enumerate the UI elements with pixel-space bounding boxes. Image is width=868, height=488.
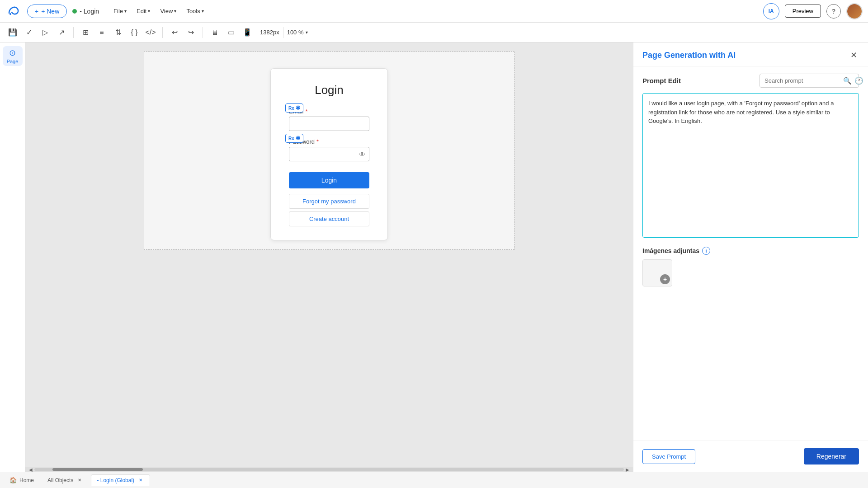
all-objects-close-icon[interactable]: ✕ [76, 477, 83, 484]
tablet-icon: ▭ [228, 28, 235, 37]
canvas-area[interactable]: Login Rx ✱ Email * [25, 42, 633, 472]
toggle-password-icon[interactable]: 👁 [359, 150, 366, 158]
tab-all-objects[interactable]: All Objects ✕ [42, 474, 89, 486]
ia-button[interactable]: IA [763, 3, 779, 19]
view-menu-chevron: ▾ [174, 9, 176, 14]
close-icon: ✕ [850, 50, 857, 60]
save-icon: 💾 [8, 28, 17, 37]
left-sidebar: ⊙ Page [0, 42, 25, 472]
images-label-text: Imágenes adjuntas [642, 247, 699, 254]
search-icon[interactable]: 🔍 [843, 77, 852, 85]
images-info-icon[interactable]: i [702, 247, 710, 255]
desktop-btn[interactable]: 🖥 [208, 25, 222, 40]
password-rx-badge: Rx ✱ [285, 134, 303, 143]
preview-button[interactable]: Preview [785, 5, 821, 18]
stack-btn[interactable]: ≡ [94, 25, 109, 40]
tools-menu-label: Tools [186, 8, 200, 14]
close-panel-button[interactable]: ✕ [848, 50, 859, 61]
scroll-right-arrow[interactable]: ▶ [624, 467, 631, 472]
new-icon: + [35, 8, 38, 15]
tab-home[interactable]: 🏠 Home [4, 474, 40, 486]
stack-icon: ≡ [99, 28, 104, 37]
password-required-star: * [316, 138, 319, 145]
code-btn[interactable]: </> [143, 25, 158, 40]
sidebar-page-label: Page [7, 59, 19, 64]
redo-icon: ↪ [188, 28, 194, 37]
zoom-percent: 100 % [287, 29, 304, 36]
tab-login-global[interactable]: - Login (Global) ✕ [91, 474, 150, 486]
preview-label: Preview [793, 8, 813, 14]
prompt-edit-row: Prompt Edit 🔍 🕐 [642, 74, 859, 88]
password-asterisk-icon: ✱ [296, 135, 300, 141]
file-menu[interactable]: File ▾ [109, 5, 131, 17]
history-icon[interactable]: 🕐 [854, 76, 863, 85]
avatar-image [847, 4, 862, 19]
email-field-group: Rx ✱ Email * [289, 108, 369, 131]
login-global-close-icon[interactable]: ✕ [137, 477, 144, 484]
sep-4 [283, 27, 283, 38]
page-frame: Login Rx ✱ Email * [144, 52, 514, 250]
search-prompt-input[interactable] [764, 77, 840, 84]
mobile-icon: 📱 [243, 28, 252, 37]
email-required-star: * [306, 108, 308, 115]
export-btn[interactable]: ↗ [54, 25, 69, 40]
tools-menu[interactable]: Tools ▾ [182, 5, 208, 17]
view-menu[interactable]: View ▾ [156, 5, 181, 17]
prompt-textarea[interactable]: I would like a user login page, with a '… [642, 93, 859, 238]
regenerar-label: Regenerar [816, 453, 846, 460]
scroll-thumb [52, 468, 143, 471]
undo-btn[interactable]: ↩ [167, 25, 182, 40]
add-image-button[interactable]: + [660, 274, 670, 284]
save-prompt-button[interactable]: Save Prompt [642, 449, 695, 464]
layers-btn[interactable]: ⊞ [78, 25, 93, 40]
redo-btn[interactable]: ↪ [184, 25, 198, 40]
zoom-chevron: ▾ [306, 30, 308, 35]
help-label: ? [832, 8, 836, 15]
check-btn[interactable]: ✓ [22, 25, 36, 40]
zoom-control[interactable]: 1382px 100 % ▾ [256, 25, 311, 40]
edit-menu[interactable]: Edit ▾ [132, 5, 155, 17]
sort-btn[interactable]: ⇅ [111, 25, 125, 40]
password-input[interactable] [289, 147, 369, 161]
all-objects-label: All Objects [47, 477, 73, 483]
password-rx-label: Rx [288, 136, 294, 141]
password-field-group: Rx ✱ Password * 👁 [289, 138, 369, 161]
forgot-password-link[interactable]: Forgot my password [289, 194, 369, 209]
sep-3 [203, 27, 203, 38]
save-toolbar-btn[interactable]: 💾 [5, 25, 20, 40]
home-tab-label: Home [19, 477, 34, 483]
new-button[interactable]: + + New [27, 5, 67, 18]
svg-point-0 [9, 13, 11, 15]
avatar[interactable] [846, 3, 863, 19]
password-wrapper: 👁 [289, 147, 369, 161]
scroll-left-arrow[interactable]: ◀ [27, 467, 34, 472]
play-btn[interactable]: ▷ [38, 25, 52, 40]
page-icon: ⊙ [9, 48, 16, 58]
sidebar-item-page[interactable]: ⊙ Page [3, 46, 23, 66]
tablet-btn[interactable]: ▭ [224, 25, 238, 40]
help-button[interactable]: ? [826, 4, 841, 19]
zoom-width: 1382px [260, 29, 279, 36]
bottom-tabs: 🏠 Home All Objects ✕ - Login (Global) ✕ [0, 472, 868, 488]
edit-menu-label: Edit [137, 8, 146, 14]
horizontal-scrollbar[interactable]: ◀ ▶ [25, 467, 633, 472]
brackets-btn[interactable]: { } [127, 25, 142, 40]
images-label: Imágenes adjuntas i [642, 247, 859, 255]
edit-menu-chevron: ▾ [148, 9, 150, 14]
status-dot [72, 9, 77, 14]
regenerar-button[interactable]: Regenerar [804, 448, 859, 465]
create-account-link[interactable]: Create account [289, 211, 369, 226]
canvas-content: Login Rx ✱ Email * [25, 42, 633, 472]
email-input[interactable] [289, 117, 369, 131]
mobile-btn[interactable]: 📱 [240, 25, 255, 40]
login-button[interactable]: Login [289, 172, 369, 188]
export-icon: ↗ [59, 28, 65, 37]
create-account-label: Create account [309, 216, 349, 222]
image-thumbnail: + [642, 259, 672, 286]
new-label: + New [41, 8, 59, 15]
app-logo [5, 3, 22, 19]
topbar: + + New - Login File ▾ Edit ▾ View ▾ Too… [0, 0, 868, 23]
sep-1 [73, 27, 74, 38]
panel-footer: Save Prompt Regenerar [633, 441, 868, 472]
layers-icon: ⊞ [83, 28, 89, 37]
